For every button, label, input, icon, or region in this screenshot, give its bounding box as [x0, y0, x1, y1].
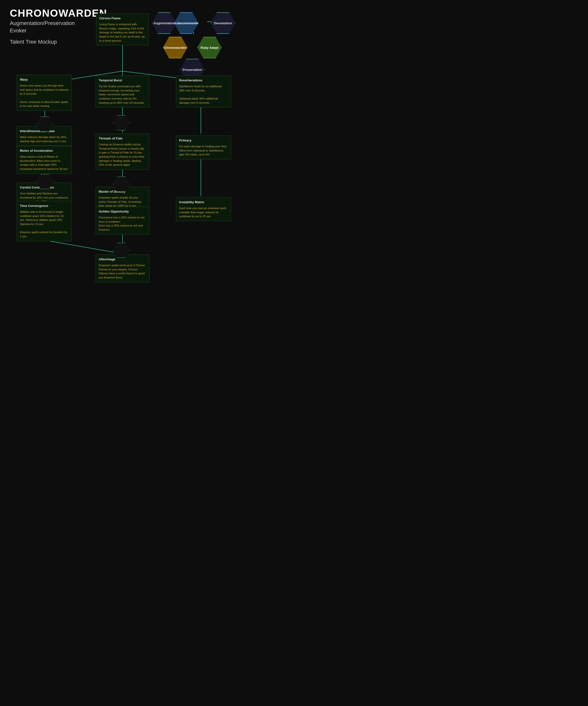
spec-node-devastation[interactable]: Devastation — [211, 12, 235, 34]
spec-node-scalecommander[interactable]: Scalecommander — [174, 12, 199, 34]
section-label: Talent Tree Mockup — [10, 39, 107, 45]
card-temporal-burst: Temporal Burst Tip the Scales overloads … — [95, 76, 150, 107]
page-subtitle2: Evoker — [10, 28, 107, 34]
card-chrono-flame: Chrono Flame Living Flame is enhanced wi… — [96, 13, 149, 45]
card-time-convergence: Time Convergence Abilities with a 45 sec… — [17, 201, 72, 241]
card-instability-matrix: Instability Matrix Each time you cast an… — [176, 197, 231, 221]
card-golden-opportunity: Golden Opportunity Prescience has a 25% … — [95, 207, 150, 235]
card-warp: Warp Hover now warps you through time an… — [17, 75, 72, 111]
header: CHRONOWARDEN Augmentation/Preservation E… — [10, 7, 107, 45]
card-reverberations: Reverberations Spiritbloom heals for an … — [176, 76, 231, 107]
spec-node-container: Augmentation Scalecommander Devastation … — [135, 10, 238, 76]
page-subtitle: Augmentation/Preservation — [10, 20, 107, 27]
spec-node-ruby-adept[interactable]: Ruby Adept — [197, 37, 222, 58]
page-wrapper: CHRONOWARDEN Augmentation/Preservation E… — [0, 0, 245, 294]
spec-node-augmentation[interactable]: Augmentation — [152, 12, 176, 34]
page-title: CHRONOWARDEN — [10, 7, 107, 19]
spec-node-chronowarden[interactable]: Chronowarden — [163, 37, 187, 58]
card-motes-of-acceleration: Motes of Acceleration Warp leaves a trai… — [17, 146, 72, 174]
svg-line-7 — [45, 240, 123, 254]
card-afterimage: Afterimage Empower spells send up to 3 C… — [95, 254, 150, 282]
hex-connector-temporal-threads — [113, 115, 130, 130]
card-threads-of-fate: Threads of Fate Casting an Essence abili… — [95, 133, 150, 170]
card-primacy: Primacy For each damage or healing over … — [176, 135, 231, 159]
